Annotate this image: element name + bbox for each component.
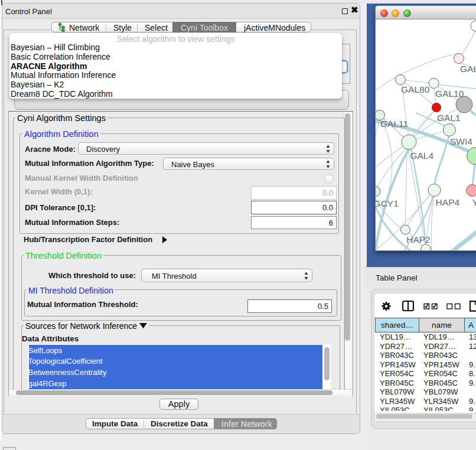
svg-text:GAL1: GAL1 bbox=[437, 113, 461, 123]
svg-text:GAL80: GAL80 bbox=[401, 84, 430, 94]
svg-text:GAL4: GAL4 bbox=[410, 151, 433, 161]
svg-text:HAP2: HAP2 bbox=[406, 234, 431, 244]
svg-text:GAL: GAL bbox=[460, 64, 476, 74]
svg-text:HAP4: HAP4 bbox=[436, 197, 460, 207]
svg-text:Y: Y bbox=[472, 197, 476, 207]
svg-text:GAL11: GAL11 bbox=[380, 119, 408, 129]
svg-text:GCY1: GCY1 bbox=[376, 198, 399, 208]
svg-text:SWI4: SWI4 bbox=[450, 136, 472, 146]
svg-text:GAL10: GAL10 bbox=[435, 89, 464, 99]
